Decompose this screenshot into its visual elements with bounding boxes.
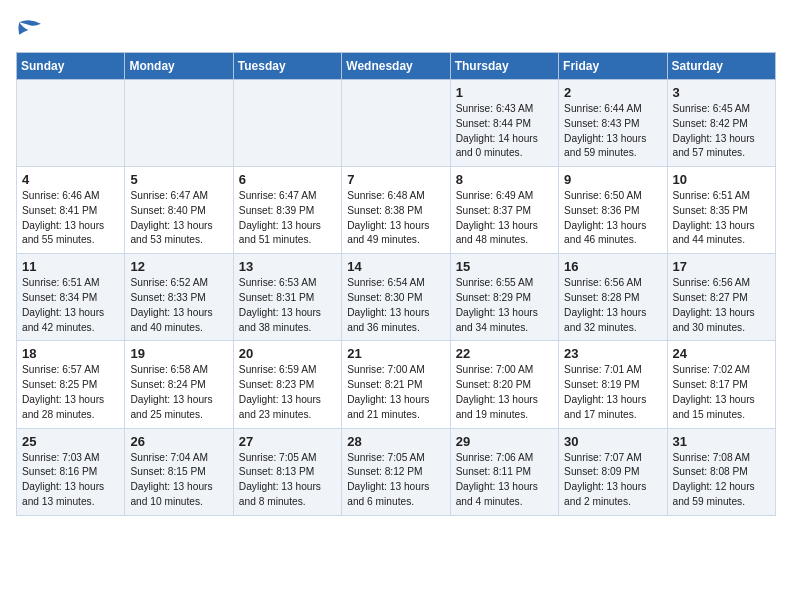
day-info: Sunrise: 6:47 AM Sunset: 8:39 PM Dayligh…	[239, 189, 336, 248]
day-info: Sunrise: 6:43 AM Sunset: 8:44 PM Dayligh…	[456, 102, 553, 161]
calendar-cell: 7Sunrise: 6:48 AM Sunset: 8:38 PM Daylig…	[342, 167, 450, 254]
day-number: 20	[239, 346, 336, 361]
day-info: Sunrise: 6:51 AM Sunset: 8:35 PM Dayligh…	[673, 189, 770, 248]
calendar-cell: 3Sunrise: 6:45 AM Sunset: 8:42 PM Daylig…	[667, 80, 775, 167]
day-number: 19	[130, 346, 227, 361]
day-number: 26	[130, 434, 227, 449]
header-saturday: Saturday	[667, 53, 775, 80]
calendar-cell: 17Sunrise: 6:56 AM Sunset: 8:27 PM Dayli…	[667, 254, 775, 341]
calendar-cell: 14Sunrise: 6:54 AM Sunset: 8:30 PM Dayli…	[342, 254, 450, 341]
day-info: Sunrise: 7:00 AM Sunset: 8:21 PM Dayligh…	[347, 363, 444, 422]
calendar-cell: 21Sunrise: 7:00 AM Sunset: 8:21 PM Dayli…	[342, 341, 450, 428]
calendar-cell	[17, 80, 125, 167]
header-tuesday: Tuesday	[233, 53, 341, 80]
header-friday: Friday	[559, 53, 667, 80]
day-number: 10	[673, 172, 770, 187]
day-info: Sunrise: 6:57 AM Sunset: 8:25 PM Dayligh…	[22, 363, 119, 422]
day-info: Sunrise: 6:55 AM Sunset: 8:29 PM Dayligh…	[456, 276, 553, 335]
week-row-1: 4Sunrise: 6:46 AM Sunset: 8:41 PM Daylig…	[17, 167, 776, 254]
calendar-cell: 10Sunrise: 6:51 AM Sunset: 8:35 PM Dayli…	[667, 167, 775, 254]
calendar-cell: 1Sunrise: 6:43 AM Sunset: 8:44 PM Daylig…	[450, 80, 558, 167]
day-number: 9	[564, 172, 661, 187]
day-info: Sunrise: 7:03 AM Sunset: 8:16 PM Dayligh…	[22, 451, 119, 510]
calendar-cell: 31Sunrise: 7:08 AM Sunset: 8:08 PM Dayli…	[667, 428, 775, 515]
day-info: Sunrise: 7:04 AM Sunset: 8:15 PM Dayligh…	[130, 451, 227, 510]
day-number: 24	[673, 346, 770, 361]
day-number: 30	[564, 434, 661, 449]
day-number: 18	[22, 346, 119, 361]
day-number: 21	[347, 346, 444, 361]
day-number: 2	[564, 85, 661, 100]
day-number: 12	[130, 259, 227, 274]
calendar-cell: 12Sunrise: 6:52 AM Sunset: 8:33 PM Dayli…	[125, 254, 233, 341]
day-info: Sunrise: 6:54 AM Sunset: 8:30 PM Dayligh…	[347, 276, 444, 335]
day-info: Sunrise: 7:01 AM Sunset: 8:19 PM Dayligh…	[564, 363, 661, 422]
calendar-cell: 23Sunrise: 7:01 AM Sunset: 8:19 PM Dayli…	[559, 341, 667, 428]
calendar-cell: 19Sunrise: 6:58 AM Sunset: 8:24 PM Dayli…	[125, 341, 233, 428]
calendar-cell: 24Sunrise: 7:02 AM Sunset: 8:17 PM Dayli…	[667, 341, 775, 428]
header-monday: Monday	[125, 53, 233, 80]
calendar-cell: 30Sunrise: 7:07 AM Sunset: 8:09 PM Dayli…	[559, 428, 667, 515]
day-info: Sunrise: 6:44 AM Sunset: 8:43 PM Dayligh…	[564, 102, 661, 161]
calendar-cell: 13Sunrise: 6:53 AM Sunset: 8:31 PM Dayli…	[233, 254, 341, 341]
header-wednesday: Wednesday	[342, 53, 450, 80]
day-info: Sunrise: 6:52 AM Sunset: 8:33 PM Dayligh…	[130, 276, 227, 335]
calendar-cell	[342, 80, 450, 167]
header-row: SundayMondayTuesdayWednesdayThursdayFrid…	[17, 53, 776, 80]
calendar-cell: 27Sunrise: 7:05 AM Sunset: 8:13 PM Dayli…	[233, 428, 341, 515]
calendar-cell: 25Sunrise: 7:03 AM Sunset: 8:16 PM Dayli…	[17, 428, 125, 515]
calendar-cell: 2Sunrise: 6:44 AM Sunset: 8:43 PM Daylig…	[559, 80, 667, 167]
day-info: Sunrise: 7:05 AM Sunset: 8:12 PM Dayligh…	[347, 451, 444, 510]
week-row-0: 1Sunrise: 6:43 AM Sunset: 8:44 PM Daylig…	[17, 80, 776, 167]
calendar-cell: 18Sunrise: 6:57 AM Sunset: 8:25 PM Dayli…	[17, 341, 125, 428]
day-number: 3	[673, 85, 770, 100]
day-number: 1	[456, 85, 553, 100]
calendar-cell: 15Sunrise: 6:55 AM Sunset: 8:29 PM Dayli…	[450, 254, 558, 341]
day-info: Sunrise: 6:59 AM Sunset: 8:23 PM Dayligh…	[239, 363, 336, 422]
week-row-3: 18Sunrise: 6:57 AM Sunset: 8:25 PM Dayli…	[17, 341, 776, 428]
day-info: Sunrise: 6:48 AM Sunset: 8:38 PM Dayligh…	[347, 189, 444, 248]
day-number: 22	[456, 346, 553, 361]
day-number: 6	[239, 172, 336, 187]
day-info: Sunrise: 6:46 AM Sunset: 8:41 PM Dayligh…	[22, 189, 119, 248]
calendar-cell: 20Sunrise: 6:59 AM Sunset: 8:23 PM Dayli…	[233, 341, 341, 428]
calendar-cell: 4Sunrise: 6:46 AM Sunset: 8:41 PM Daylig…	[17, 167, 125, 254]
calendar-cell: 22Sunrise: 7:00 AM Sunset: 8:20 PM Dayli…	[450, 341, 558, 428]
day-number: 25	[22, 434, 119, 449]
day-info: Sunrise: 6:56 AM Sunset: 8:28 PM Dayligh…	[564, 276, 661, 335]
day-info: Sunrise: 6:58 AM Sunset: 8:24 PM Dayligh…	[130, 363, 227, 422]
calendar-cell: 16Sunrise: 6:56 AM Sunset: 8:28 PM Dayli…	[559, 254, 667, 341]
day-number: 4	[22, 172, 119, 187]
day-number: 13	[239, 259, 336, 274]
day-number: 5	[130, 172, 227, 187]
calendar-cell	[233, 80, 341, 167]
day-info: Sunrise: 6:49 AM Sunset: 8:37 PM Dayligh…	[456, 189, 553, 248]
calendar-table: SundayMondayTuesdayWednesdayThursdayFrid…	[16, 52, 776, 516]
day-info: Sunrise: 7:08 AM Sunset: 8:08 PM Dayligh…	[673, 451, 770, 510]
day-number: 31	[673, 434, 770, 449]
day-number: 17	[673, 259, 770, 274]
logo	[16, 16, 48, 44]
calendar-cell: 11Sunrise: 6:51 AM Sunset: 8:34 PM Dayli…	[17, 254, 125, 341]
day-info: Sunrise: 6:51 AM Sunset: 8:34 PM Dayligh…	[22, 276, 119, 335]
header-thursday: Thursday	[450, 53, 558, 80]
calendar-header: SundayMondayTuesdayWednesdayThursdayFrid…	[17, 53, 776, 80]
calendar-cell: 26Sunrise: 7:04 AM Sunset: 8:15 PM Dayli…	[125, 428, 233, 515]
day-number: 7	[347, 172, 444, 187]
day-info: Sunrise: 7:00 AM Sunset: 8:20 PM Dayligh…	[456, 363, 553, 422]
week-row-4: 25Sunrise: 7:03 AM Sunset: 8:16 PM Dayli…	[17, 428, 776, 515]
calendar-cell: 9Sunrise: 6:50 AM Sunset: 8:36 PM Daylig…	[559, 167, 667, 254]
day-info: Sunrise: 7:07 AM Sunset: 8:09 PM Dayligh…	[564, 451, 661, 510]
day-number: 11	[22, 259, 119, 274]
day-info: Sunrise: 6:50 AM Sunset: 8:36 PM Dayligh…	[564, 189, 661, 248]
week-row-2: 11Sunrise: 6:51 AM Sunset: 8:34 PM Dayli…	[17, 254, 776, 341]
day-info: Sunrise: 6:56 AM Sunset: 8:27 PM Dayligh…	[673, 276, 770, 335]
calendar-cell: 28Sunrise: 7:05 AM Sunset: 8:12 PM Dayli…	[342, 428, 450, 515]
day-number: 8	[456, 172, 553, 187]
day-info: Sunrise: 6:53 AM Sunset: 8:31 PM Dayligh…	[239, 276, 336, 335]
day-info: Sunrise: 6:45 AM Sunset: 8:42 PM Dayligh…	[673, 102, 770, 161]
logo-icon	[16, 16, 44, 44]
day-number: 27	[239, 434, 336, 449]
calendar-body: 1Sunrise: 6:43 AM Sunset: 8:44 PM Daylig…	[17, 80, 776, 516]
day-number: 28	[347, 434, 444, 449]
